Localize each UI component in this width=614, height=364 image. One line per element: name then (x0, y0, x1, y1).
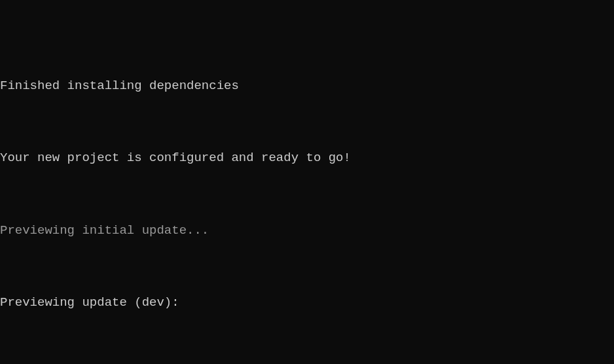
blank (0, 258, 614, 276)
line-preview-update: Previewing update (dev): (0, 294, 614, 312)
line-install: Finished installing dependencies (0, 77, 614, 96)
blank (0, 330, 614, 348)
blank (0, 113, 614, 132)
blank (0, 185, 614, 204)
line-ready: Your new project is configured and ready… (0, 149, 614, 168)
line-preview-init: Previewing initial update... (0, 222, 614, 240)
